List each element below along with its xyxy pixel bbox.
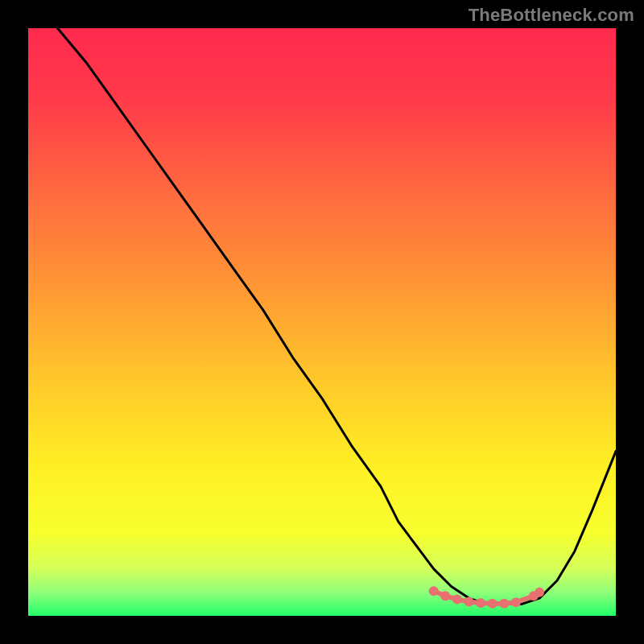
plot-area — [28, 28, 616, 616]
watermark-text: TheBottleneck.com — [469, 5, 634, 26]
marker-dot — [464, 597, 474, 607]
marker-dot — [429, 586, 439, 596]
marker-dot — [511, 597, 521, 607]
marker-dot — [440, 591, 450, 601]
bottleneck-curve — [28, 28, 616, 616]
chart-root: TheBottleneck.com — [0, 0, 644, 644]
marker-dot — [535, 588, 544, 597]
marker-dot — [488, 599, 497, 609]
marker-dot — [499, 599, 509, 609]
marker-dot — [476, 598, 485, 608]
marker-dot — [452, 595, 462, 605]
